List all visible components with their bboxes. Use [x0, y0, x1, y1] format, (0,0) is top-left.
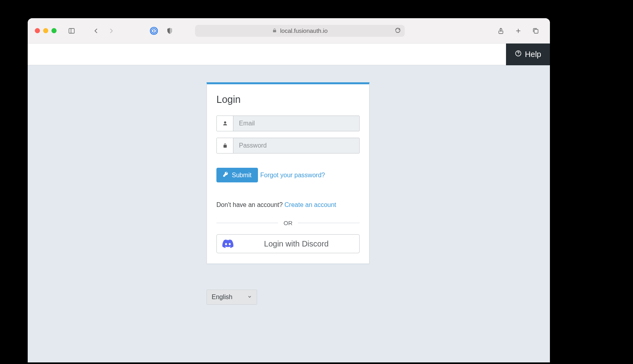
help-question-icon — [515, 50, 522, 59]
new-tab-icon[interactable] — [513, 25, 524, 36]
window-close-button[interactable] — [35, 28, 40, 33]
separator-line-right — [298, 223, 360, 223]
submit-button-label: Submit — [232, 172, 252, 179]
svg-point-10 — [518, 55, 518, 55]
toolbar-right-icons — [495, 25, 543, 36]
lock-icon — [272, 27, 277, 34]
or-separator: OR — [216, 220, 360, 226]
help-button[interactable]: Help — [506, 44, 550, 65]
nav-forward-button[interactable] — [106, 25, 117, 36]
help-button-label: Help — [525, 50, 541, 59]
nav-back-button[interactable] — [91, 25, 102, 36]
address-bar[interactable]: local.fusionauth.io — [195, 25, 405, 37]
discord-icon — [222, 238, 233, 249]
sidebar-toggle-icon[interactable] — [66, 25, 77, 36]
password-input-group — [216, 138, 360, 154]
create-account-link[interactable]: Create an account — [284, 201, 336, 208]
separator-line-left — [216, 223, 278, 223]
lock-icon — [217, 138, 233, 153]
email-input[interactable] — [233, 116, 359, 131]
window-controls — [35, 28, 57, 33]
window-minimize-button[interactable] — [43, 28, 48, 33]
app-topbar: Help — [28, 44, 550, 65]
email-input-group — [216, 116, 360, 131]
svg-rect-8 — [534, 29, 538, 33]
login-with-discord-button[interactable]: Login with Discord — [216, 234, 360, 253]
language-select[interactable]: English — [207, 290, 257, 305]
window-zoom-button[interactable] — [51, 28, 57, 33]
login-title: Login — [216, 94, 360, 105]
submit-button[interactable]: Submit — [216, 168, 258, 182]
login-card: Login Submit Fo — [207, 82, 370, 264]
svg-rect-4 — [154, 29, 154, 32]
address-bar-host: local.fusionauth.io — [280, 27, 328, 34]
browser-window: local.fusionauth.io Help — [28, 18, 550, 362]
onepassword-icon[interactable] — [148, 25, 159, 36]
forgot-password-link[interactable]: Forgot your password? — [260, 172, 325, 179]
share-icon[interactable] — [495, 25, 506, 36]
or-label: OR — [284, 220, 293, 226]
key-icon — [223, 171, 229, 179]
chevron-down-icon — [247, 294, 252, 301]
privacy-shield-icon[interactable] — [164, 25, 175, 36]
user-icon — [217, 116, 233, 131]
create-account-row: Don't have an account? Create an account — [216, 201, 360, 209]
tab-overview-icon[interactable] — [530, 25, 541, 36]
password-input[interactable] — [233, 138, 359, 153]
page-content: Help Login — [28, 44, 550, 362]
reload-icon[interactable] — [395, 27, 401, 34]
browser-toolbar: local.fusionauth.io — [28, 18, 550, 44]
svg-rect-0 — [69, 28, 74, 33]
language-selected-label: English — [212, 294, 232, 301]
no-account-text: Don't have an account? — [216, 201, 284, 208]
submit-row: Submit Forgot your password? — [216, 168, 360, 182]
toolbar-extension-icons — [148, 25, 175, 36]
discord-button-label: Login with Discord — [239, 239, 354, 248]
